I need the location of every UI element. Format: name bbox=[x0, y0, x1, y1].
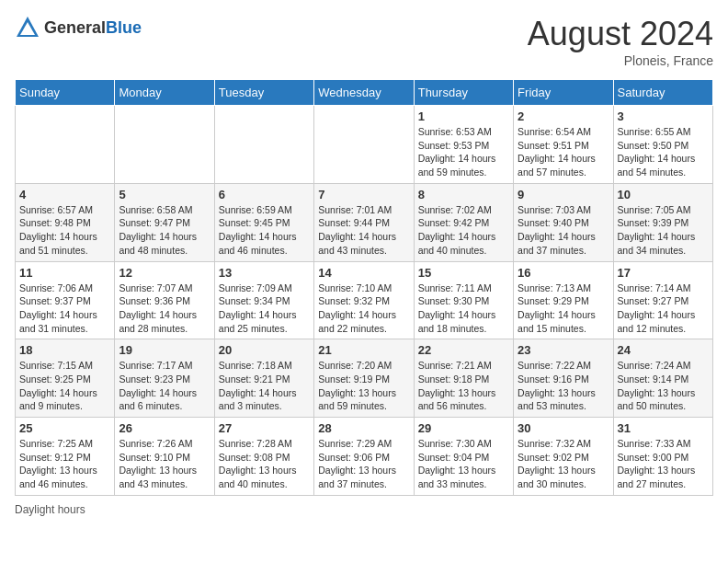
day-info: Sunrise: 7:22 AM Sunset: 9:16 PM Dayligh… bbox=[518, 359, 609, 413]
day-number: 9 bbox=[518, 188, 609, 201]
calendar-week-3: 11Sunrise: 7:06 AM Sunset: 9:37 PM Dayli… bbox=[16, 261, 713, 339]
day-number: 25 bbox=[19, 421, 110, 435]
header-row: SundayMondayTuesdayWednesdayThursdayFrid… bbox=[16, 80, 713, 106]
logo: GeneralBlue bbox=[15, 15, 142, 40]
calendar-cell: 4Sunrise: 6:57 AM Sunset: 9:48 PM Daylig… bbox=[16, 183, 115, 261]
calendar-cell: 22Sunrise: 7:21 AM Sunset: 9:18 PM Dayli… bbox=[414, 339, 513, 418]
calendar-cell: 8Sunrise: 7:02 AM Sunset: 9:42 PM Daylig… bbox=[414, 183, 513, 261]
header-day-tuesday: Tuesday bbox=[214, 80, 313, 106]
calendar-cell: 18Sunrise: 7:15 AM Sunset: 9:25 PM Dayli… bbox=[16, 339, 115, 418]
day-number: 18 bbox=[19, 343, 110, 357]
day-info: Sunrise: 6:58 AM Sunset: 9:47 PM Dayligh… bbox=[119, 203, 210, 258]
day-info: Sunrise: 7:06 AM Sunset: 9:37 PM Dayligh… bbox=[19, 282, 110, 336]
header-day-sunday: Sunday bbox=[16, 80, 115, 106]
day-number: 2 bbox=[518, 109, 609, 123]
day-number: 19 bbox=[119, 343, 210, 357]
calendar-cell: 31Sunrise: 7:33 AM Sunset: 9:00 PM Dayli… bbox=[613, 418, 712, 496]
calendar-week-1: 1Sunrise: 6:53 AM Sunset: 9:53 PM Daylig… bbox=[16, 106, 713, 184]
day-info: Sunrise: 6:59 AM Sunset: 9:45 PM Dayligh… bbox=[219, 203, 310, 258]
day-info: Sunrise: 7:30 AM Sunset: 9:04 PM Dayligh… bbox=[418, 437, 509, 491]
day-info: Sunrise: 7:09 AM Sunset: 9:34 PM Dayligh… bbox=[219, 282, 310, 336]
calendar-cell: 7Sunrise: 7:01 AM Sunset: 9:44 PM Daylig… bbox=[314, 183, 414, 261]
header-day-friday: Friday bbox=[514, 80, 613, 106]
day-number: 16 bbox=[518, 266, 609, 280]
day-number: 23 bbox=[518, 343, 609, 357]
calendar-cell: 27Sunrise: 7:28 AM Sunset: 9:08 PM Dayli… bbox=[214, 418, 313, 496]
day-info: Sunrise: 7:10 AM Sunset: 9:32 PM Dayligh… bbox=[318, 282, 409, 336]
day-info: Sunrise: 6:55 AM Sunset: 9:50 PM Dayligh… bbox=[618, 125, 709, 179]
calendar-table: SundayMondayTuesdayWednesdayThursdayFrid… bbox=[15, 79, 713, 496]
calendar-cell bbox=[115, 106, 214, 184]
calendar-cell: 19Sunrise: 7:17 AM Sunset: 9:23 PM Dayli… bbox=[115, 339, 214, 418]
header-day-thursday: Thursday bbox=[414, 80, 513, 106]
logo-blue-text: Blue bbox=[106, 18, 142, 37]
day-number: 14 bbox=[318, 266, 409, 280]
day-number: 8 bbox=[418, 188, 509, 201]
calendar-cell: 29Sunrise: 7:30 AM Sunset: 9:04 PM Dayli… bbox=[414, 418, 513, 496]
day-number: 26 bbox=[119, 421, 210, 435]
logo-general-text: General bbox=[44, 18, 106, 37]
day-info: Sunrise: 7:13 AM Sunset: 9:29 PM Dayligh… bbox=[518, 282, 609, 336]
day-number: 27 bbox=[219, 421, 310, 435]
calendar-week-5: 25Sunrise: 7:25 AM Sunset: 9:12 PM Dayli… bbox=[16, 418, 713, 496]
calendar-cell: 28Sunrise: 7:29 AM Sunset: 9:06 PM Dayli… bbox=[314, 418, 414, 496]
calendar-cell: 20Sunrise: 7:18 AM Sunset: 9:21 PM Dayli… bbox=[214, 339, 313, 418]
day-info: Sunrise: 7:11 AM Sunset: 9:30 PM Dayligh… bbox=[418, 282, 509, 336]
day-number: 17 bbox=[618, 266, 709, 280]
day-info: Sunrise: 7:02 AM Sunset: 9:42 PM Dayligh… bbox=[418, 203, 509, 258]
month-year-title: August 2024 bbox=[528, 15, 713, 53]
calendar-cell: 21Sunrise: 7:20 AM Sunset: 9:19 PM Dayli… bbox=[314, 339, 414, 418]
day-number: 28 bbox=[318, 421, 409, 435]
calendar-cell: 2Sunrise: 6:54 AM Sunset: 9:51 PM Daylig… bbox=[514, 106, 613, 184]
day-info: Sunrise: 7:29 AM Sunset: 9:06 PM Dayligh… bbox=[318, 437, 409, 491]
calendar-cell: 23Sunrise: 7:22 AM Sunset: 9:16 PM Dayli… bbox=[514, 339, 613, 418]
day-number: 29 bbox=[418, 421, 509, 435]
calendar-cell: 24Sunrise: 7:24 AM Sunset: 9:14 PM Dayli… bbox=[613, 339, 712, 418]
location-subtitle: Ploneis, France bbox=[528, 53, 713, 68]
calendar-cell: 14Sunrise: 7:10 AM Sunset: 9:32 PM Dayli… bbox=[314, 261, 414, 339]
day-info: Sunrise: 7:28 AM Sunset: 9:08 PM Dayligh… bbox=[219, 437, 310, 491]
day-number: 12 bbox=[119, 266, 210, 280]
calendar-cell: 11Sunrise: 7:06 AM Sunset: 9:37 PM Dayli… bbox=[16, 261, 115, 339]
day-number: 11 bbox=[19, 266, 110, 280]
calendar-week-2: 4Sunrise: 6:57 AM Sunset: 9:48 PM Daylig… bbox=[16, 183, 713, 261]
day-info: Sunrise: 7:03 AM Sunset: 9:40 PM Dayligh… bbox=[518, 203, 609, 258]
calendar-cell: 17Sunrise: 7:14 AM Sunset: 9:27 PM Dayli… bbox=[613, 261, 712, 339]
day-info: Sunrise: 7:26 AM Sunset: 9:10 PM Dayligh… bbox=[119, 437, 210, 491]
day-number: 24 bbox=[618, 343, 709, 357]
day-info: Sunrise: 6:53 AM Sunset: 9:53 PM Dayligh… bbox=[418, 125, 509, 179]
daylight-label: Daylight hours bbox=[15, 503, 85, 516]
page-header: GeneralBlue August 2024 Ploneis, France bbox=[15, 15, 713, 68]
calendar-cell: 3Sunrise: 6:55 AM Sunset: 9:50 PM Daylig… bbox=[613, 106, 712, 184]
calendar-cell: 13Sunrise: 7:09 AM Sunset: 9:34 PM Dayli… bbox=[214, 261, 313, 339]
calendar-cell: 6Sunrise: 6:59 AM Sunset: 9:45 PM Daylig… bbox=[214, 183, 313, 261]
day-info: Sunrise: 6:57 AM Sunset: 9:48 PM Dayligh… bbox=[19, 203, 110, 258]
calendar-cell bbox=[214, 106, 313, 184]
day-info: Sunrise: 7:05 AM Sunset: 9:39 PM Dayligh… bbox=[618, 203, 709, 258]
day-number: 10 bbox=[618, 188, 709, 201]
calendar-footer: Daylight hours bbox=[15, 503, 713, 516]
day-info: Sunrise: 7:18 AM Sunset: 9:21 PM Dayligh… bbox=[219, 359, 310, 413]
calendar-body: 1Sunrise: 6:53 AM Sunset: 9:53 PM Daylig… bbox=[16, 106, 713, 496]
title-block: August 2024 Ploneis, France bbox=[528, 15, 713, 68]
day-number: 7 bbox=[318, 188, 409, 201]
day-number: 31 bbox=[618, 421, 709, 435]
day-info: Sunrise: 6:54 AM Sunset: 9:51 PM Dayligh… bbox=[518, 125, 609, 179]
day-number: 22 bbox=[418, 343, 509, 357]
header-day-monday: Monday bbox=[115, 80, 214, 106]
calendar-week-4: 18Sunrise: 7:15 AM Sunset: 9:25 PM Dayli… bbox=[16, 339, 713, 418]
header-day-wednesday: Wednesday bbox=[314, 80, 414, 106]
day-info: Sunrise: 7:14 AM Sunset: 9:27 PM Dayligh… bbox=[618, 282, 709, 336]
calendar-cell: 10Sunrise: 7:05 AM Sunset: 9:39 PM Dayli… bbox=[613, 183, 712, 261]
calendar-cell: 26Sunrise: 7:26 AM Sunset: 9:10 PM Dayli… bbox=[115, 418, 214, 496]
day-info: Sunrise: 7:32 AM Sunset: 9:02 PM Dayligh… bbox=[518, 437, 609, 491]
day-info: Sunrise: 7:15 AM Sunset: 9:25 PM Dayligh… bbox=[19, 359, 110, 413]
generalblue-logo-icon bbox=[15, 15, 40, 40]
day-number: 13 bbox=[219, 266, 310, 280]
header-day-saturday: Saturday bbox=[613, 80, 712, 106]
day-info: Sunrise: 7:33 AM Sunset: 9:00 PM Dayligh… bbox=[618, 437, 709, 491]
calendar-cell: 15Sunrise: 7:11 AM Sunset: 9:30 PM Dayli… bbox=[414, 261, 513, 339]
calendar-cell: 30Sunrise: 7:32 AM Sunset: 9:02 PM Dayli… bbox=[514, 418, 613, 496]
day-info: Sunrise: 7:24 AM Sunset: 9:14 PM Dayligh… bbox=[618, 359, 709, 413]
calendar-cell bbox=[314, 106, 414, 184]
